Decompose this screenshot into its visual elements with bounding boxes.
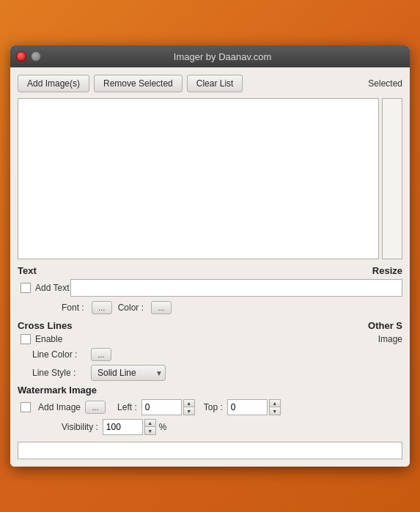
image-list-area: [18, 98, 402, 259]
top-spin-up[interactable]: ▲: [270, 400, 280, 407]
add-image-label: Add Image: [38, 402, 81, 412]
add-images-button[interactable]: Add Image(s): [18, 75, 89, 92]
add-text-checkbox[interactable]: [21, 283, 31, 293]
watermark-label: Watermark Image: [18, 385, 402, 396]
text-resize-bar: Text Resize: [18, 265, 402, 276]
line-style-wrapper: Solid Line Dashed Line Dotted Line ▼: [91, 365, 166, 381]
watermark-section: Watermark Image Add Image ... Left : ▲ ▼…: [18, 385, 402, 459]
line-color-row: Line Color : ...: [18, 348, 402, 361]
toolbar: Add Image(s) Remove Selected Clear List …: [18, 75, 402, 92]
resize-section-label: Resize: [372, 265, 402, 276]
window-content: Add Image(s) Remove Selected Clear List …: [10, 67, 410, 467]
left-spin-up[interactable]: ▲: [184, 400, 194, 407]
other-section-label: Other S: [368, 320, 402, 334]
text-input[interactable]: [70, 279, 402, 297]
add-text-row: Add Text: [18, 279, 402, 297]
top-input-wrap: ▲ ▼: [227, 399, 281, 415]
visibility-input[interactable]: [103, 419, 143, 435]
top-input[interactable]: [227, 399, 268, 415]
left-input[interactable]: [141, 399, 182, 415]
visibility-spinner: ▲ ▼: [144, 419, 156, 435]
cross-other-bar: Cross Lines Other S: [18, 320, 402, 334]
visibility-spin-up[interactable]: ▲: [145, 420, 155, 427]
top-spinner: ▲ ▼: [269, 399, 281, 415]
add-image-button[interactable]: ...: [85, 401, 106, 414]
visibility-row: Visibility : ▲ ▼ %: [18, 419, 402, 435]
traffic-lights: [16, 51, 41, 62]
add-text-label: Add Text: [35, 283, 69, 293]
left-input-wrap: ▲ ▼: [141, 399, 195, 415]
main-window: Imager by Daanav.com Add Image(s) Remove…: [10, 45, 410, 467]
line-color-label: Line Color :: [32, 349, 91, 360]
color-label: Color :: [118, 303, 144, 313]
cross-lines-label: Cross Lines: [18, 320, 72, 331]
font-color-row: Font : ... Color : ...: [18, 301, 402, 314]
window-title: Imager by Daanav.com: [41, 51, 404, 62]
image-label: Image: [378, 334, 402, 344]
line-style-row: Line Style : Solid Line Dashed Line Dott…: [18, 365, 402, 381]
visibility-spin-down[interactable]: ▼: [145, 427, 155, 434]
add-image-checkbox[interactable]: [21, 402, 31, 412]
left-spin-down[interactable]: ▼: [184, 407, 194, 415]
top-label: Top :: [204, 402, 223, 412]
selected-label: Selected: [368, 78, 402, 89]
watermark-add-row: Add Image ... Left : ▲ ▼ Top : ▲ ▼: [18, 399, 402, 415]
right-panel: [382, 98, 402, 259]
close-button[interactable]: [16, 51, 26, 62]
visibility-label: Visibility :: [62, 422, 98, 432]
image-list[interactable]: [18, 98, 379, 259]
font-picker-button[interactable]: ...: [92, 301, 112, 314]
line-color-button[interactable]: ...: [91, 348, 111, 361]
line-style-select[interactable]: Solid Line Dashed Line Dotted Line: [91, 365, 166, 381]
minimize-button[interactable]: [31, 51, 41, 62]
remove-selected-button[interactable]: Remove Selected: [94, 75, 183, 92]
line-style-label: Line Style :: [32, 368, 91, 378]
visibility-input-wrap: ▲ ▼: [103, 419, 156, 435]
top-spin-down[interactable]: ▼: [270, 407, 280, 415]
percent-label: %: [159, 422, 167, 432]
left-spinner: ▲ ▼: [183, 399, 195, 415]
titlebar: Imager by Daanav.com: [10, 45, 410, 67]
filepath-input[interactable]: [18, 442, 402, 459]
color-picker-button[interactable]: ...: [151, 301, 172, 314]
text-section-label: Text: [18, 265, 37, 276]
font-label: Font :: [62, 303, 84, 313]
enable-label: Enable: [35, 334, 62, 344]
clear-list-button[interactable]: Clear List: [187, 75, 243, 92]
enable-checkbox[interactable]: [21, 334, 31, 344]
enable-row: Enable Image: [18, 334, 402, 344]
left-label: Left :: [117, 402, 137, 412]
